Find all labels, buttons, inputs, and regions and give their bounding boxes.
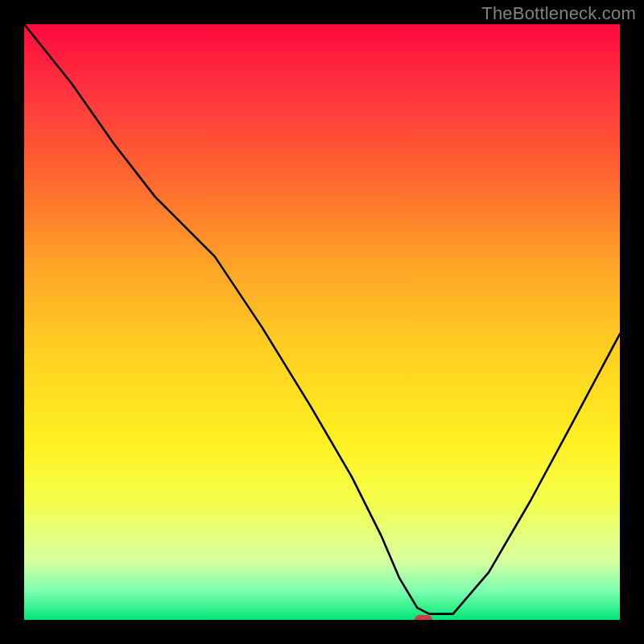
curve-layer xyxy=(24,24,620,620)
bottleneck-curve xyxy=(24,24,620,614)
optimal-point-marker xyxy=(415,615,432,620)
plot-area xyxy=(24,24,620,620)
watermark-text: TheBottleneck.com xyxy=(481,3,636,24)
chart-container: TheBottleneck.com xyxy=(0,0,644,644)
